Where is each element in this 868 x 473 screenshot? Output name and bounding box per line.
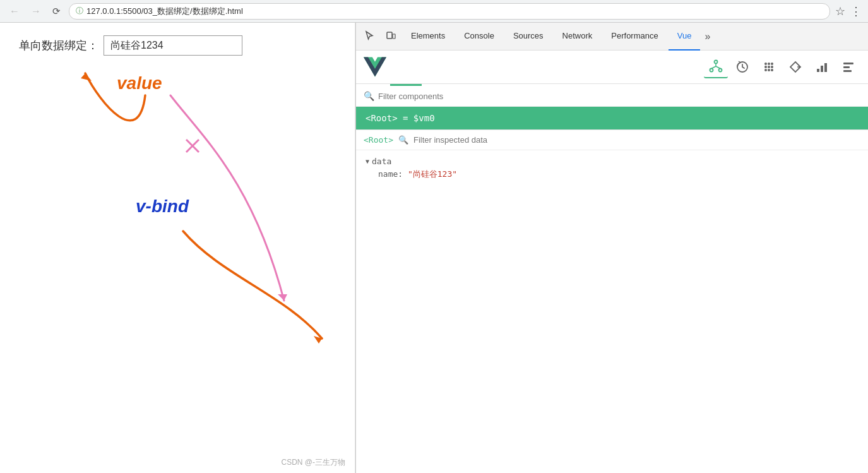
data-value: "尚硅谷123"	[408, 169, 457, 179]
svg-rect-6	[393, 34, 395, 39]
value-annotation: value	[117, 73, 162, 93]
url-text: 127.0.0.1:5500/03_数据绑定/数据绑定.html	[86, 6, 243, 17]
history-icon-btn[interactable]	[730, 56, 754, 78]
router-icon-btn[interactable]	[783, 56, 807, 78]
svg-point-17	[764, 66, 767, 68]
svg-line-2	[186, 140, 199, 152]
tab-sources[interactable]: Sources	[504, 23, 552, 51]
vue-body: 🔍 <Root> = $vm0 <Root> 🔍	[356, 86, 868, 473]
vue-header	[356, 51, 868, 84]
page-content: 单向数据绑定： value v-bind CSDN @-三生万物	[0, 23, 355, 473]
devtools-panel: Elements Console Sources Network Perform…	[355, 23, 868, 473]
browser-bar: ← → ⟳ ⓘ 127.0.0.1:5500/03_数据绑定/数据绑定.html…	[0, 0, 868, 23]
svg-rect-29	[843, 70, 852, 72]
filter-components-bar: 🔍	[356, 86, 868, 107]
svg-marker-0	[81, 73, 92, 81]
bookmark-icon[interactable]: ☆	[835, 4, 845, 18]
grid-icon-btn[interactable]	[757, 56, 781, 78]
arrows-svg	[0, 23, 355, 473]
root-component-item[interactable]: <Root> = $vm0	[356, 107, 868, 129]
menu-icon[interactable]: ⋮	[850, 4, 862, 18]
page-label: 单向数据绑定：	[19, 35, 336, 56]
vue-logo	[364, 56, 386, 78]
more-tabs-button[interactable]: »	[701, 26, 713, 47]
svg-line-11	[711, 66, 716, 69]
inspect-panel: <Root> 🔍 ▼ data name: "尚硅谷123"	[356, 130, 868, 473]
search-icon: 🔍	[364, 91, 374, 101]
tab-performance[interactable]: Performance	[602, 23, 667, 51]
tab-elements[interactable]: Elements	[402, 23, 454, 51]
svg-point-14	[764, 63, 767, 65]
vue-panel: 🔍 <Root> = $vm0 <Root> 🔍	[356, 51, 868, 473]
main-area: 单向数据绑定： value v-bind CSDN @-三生万物	[0, 23, 868, 473]
inspect-filter-input[interactable]	[413, 135, 520, 145]
back-button[interactable]: ←	[6, 4, 23, 18]
tab-network[interactable]: Network	[554, 23, 602, 51]
svg-line-12	[716, 66, 720, 69]
security-icon: ⓘ	[76, 6, 83, 16]
svg-point-18	[768, 66, 770, 68]
inspect-search-icon: 🔍	[398, 135, 408, 145]
data-tree: ▼ data name: "尚硅谷123"	[356, 150, 868, 186]
svg-point-16	[771, 63, 773, 65]
svg-rect-28	[843, 66, 850, 68]
forward-button[interactable]: →	[28, 4, 44, 18]
svg-point-21	[768, 69, 770, 71]
tab-console[interactable]: Console	[455, 23, 503, 51]
svg-rect-27	[843, 63, 853, 64]
svg-point-9	[719, 69, 722, 72]
svg-marker-1	[314, 336, 322, 344]
data-section-label: ▼ data	[366, 157, 859, 166]
svg-marker-4	[278, 294, 287, 301]
svg-rect-5	[387, 32, 392, 39]
binding-input[interactable]	[104, 35, 242, 56]
svg-point-20	[764, 69, 767, 71]
devtools-tabs: Elements Console Sources Network Perform…	[356, 23, 868, 51]
data-key: name	[378, 169, 398, 179]
root-component-label: <Root> = $vm0	[366, 113, 435, 123]
svg-point-22	[771, 69, 773, 71]
filter-components-input[interactable]	[378, 92, 860, 101]
inspect-header: <Root> 🔍	[356, 130, 868, 150]
vbind-annotation: v-bind	[136, 196, 189, 217]
inspect-tag-label: <Root>	[364, 135, 393, 145]
device-toolbar-button[interactable]	[381, 27, 401, 47]
svg-rect-24	[817, 69, 819, 72]
component-tree-icon-btn[interactable]	[704, 56, 728, 78]
vue-left-panel: 🔍 <Root> = $vm0 <Root> 🔍	[356, 86, 868, 473]
vue-tools	[704, 56, 860, 78]
svg-point-19	[771, 66, 773, 68]
performance-icon-btn[interactable]	[810, 56, 834, 78]
svg-rect-25	[821, 66, 823, 72]
data-entry-name: name: "尚硅谷123"	[366, 169, 859, 180]
inspect-element-button[interactable]	[359, 27, 379, 47]
url-bar[interactable]: ⓘ 127.0.0.1:5500/03_数据绑定/数据绑定.html	[69, 3, 830, 20]
settings-icon-btn[interactable]	[836, 56, 860, 78]
refresh-button[interactable]: ⟳	[49, 4, 64, 18]
svg-line-3	[186, 140, 199, 152]
binding-label-text: 单向数据绑定：	[19, 38, 98, 53]
svg-point-7	[715, 61, 718, 64]
svg-rect-26	[824, 63, 827, 72]
triangle-icon: ▼	[366, 158, 369, 165]
tab-vue[interactable]: Vue	[669, 23, 701, 51]
watermark: CSDN @-三生万物	[281, 457, 345, 468]
svg-point-8	[710, 69, 713, 72]
svg-point-15	[768, 63, 770, 65]
browser-actions: ☆ ⋮	[835, 4, 862, 18]
